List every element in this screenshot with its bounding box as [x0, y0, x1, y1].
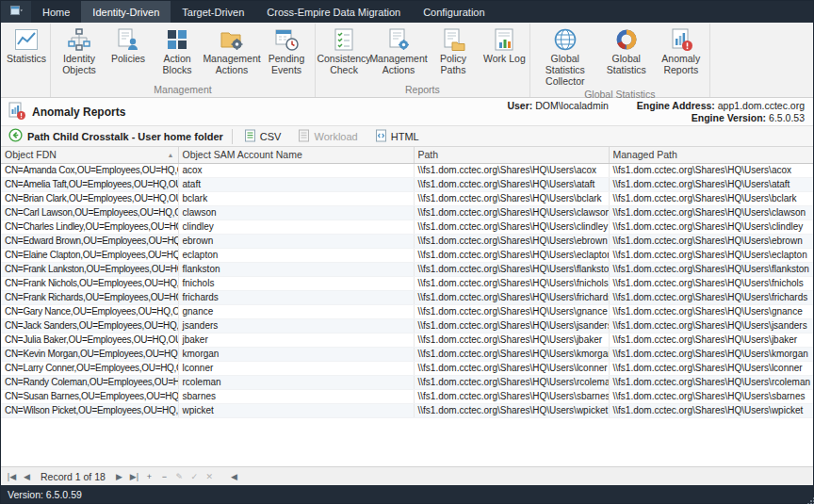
record-count-label: Record 1 of 18: [41, 471, 106, 482]
nav-remove-button[interactable]: −: [157, 469, 171, 483]
nav-next-button[interactable]: ▶: [112, 469, 126, 483]
cell-sam-account: clindley: [178, 219, 414, 234]
nav-commit-button[interactable]: ✓: [187, 469, 202, 483]
cell-path: \\fs1.dom.cctec.org\Shares\HQ\Users\gnan…: [414, 304, 609, 318]
tab-cross-empire-data-migration[interactable]: Cross-Empire Data Migration: [255, 1, 412, 23]
cell-sam-account: rcoleman: [178, 375, 414, 389]
ribbon-button-action-blocks[interactable]: Action Blocks: [150, 24, 204, 77]
table-row[interactable]: CN=Susan Barnes,OU=Employees,OU=HQ,OU=do…: [1, 389, 813, 403]
cell-path: \\fs1.dom.cctec.org\Shares\HQ\Users\sbar…: [414, 389, 609, 403]
ribbon-button-global-statistics-collector[interactable]: Global Statistics Collector: [531, 24, 599, 88]
cell-object-fdn: CN=Wilson Picket,OU=Employees,OU=HQ,OU=d…: [1, 403, 178, 417]
nav-prev-button[interactable]: ◀: [20, 469, 34, 483]
results-grid: Object FDN▲ Object SAM Account Name Path…: [1, 147, 813, 466]
table-row[interactable]: CN=Brian Clark,OU=Employees,OU=HQ,OU=dom…: [1, 191, 813, 205]
html-export-button[interactable]: HTML: [369, 128, 425, 145]
anomaly-report-icon: [669, 27, 693, 52]
tab-home[interactable]: Home: [31, 1, 81, 23]
cell-sam-account: fnichols: [178, 276, 414, 290]
app-icon: [10, 6, 23, 18]
ribbon-button-policy-paths[interactable]: Policy Paths: [426, 24, 480, 77]
column-header-path[interactable]: Path: [414, 147, 609, 163]
ribbon-button-statistics[interactable]: Statistics: [4, 24, 49, 66]
ribbon-button-consistency-check[interactable]: Consistency Check: [317, 24, 371, 77]
cell-path: \\fs1.dom.cctec.org\Shares\HQ\Users\acox: [414, 163, 609, 177]
ribbon-button-label: Global Statistics Collector: [534, 54, 596, 87]
table-row[interactable]: CN=Edward Brown,OU=Employees,OU=HQ,OU=do…: [1, 234, 813, 248]
table-row[interactable]: CN=Kevin Morgan,OU=Employees,OU=HQ,OU=do…: [1, 347, 813, 361]
ribbon-button-label: Pending Events: [262, 54, 311, 76]
column-header-managed-path[interactable]: Managed Path: [609, 147, 813, 163]
csv-button-label: CSV: [260, 131, 282, 142]
ribbon-button-label: Identity Objects: [55, 54, 104, 76]
resize-grip-icon[interactable]: [807, 497, 809, 499]
column-header-sam-account[interactable]: Object SAM Account Name: [178, 147, 414, 163]
ribbon-button-identity-objects[interactable]: Identity Objects: [52, 24, 106, 77]
cell-path: \\fs1.dom.cctec.org\Shares\HQ\Users\kmor…: [414, 347, 609, 361]
cell-object-fdn: CN=Frank Lankston,OU=Employees,OU=HQ,OU=…: [1, 262, 178, 276]
table-row[interactable]: CN=Frank Nichols,OU=Employees,OU=HQ,OU=d…: [1, 276, 813, 290]
table-row[interactable]: CN=Amanda Cox,OU=Employees,OU=HQ,OU=dom,…: [1, 163, 813, 177]
ribbon-button-global-statistics[interactable]: Global Statistics: [599, 24, 654, 77]
cell-managed-path: \\fs1.dom.cctec.org\Shares\HQ\Users\acox: [609, 163, 813, 177]
cell-path: \\fs1.dom.cctec.org\Shares\HQ\Users\ecla…: [414, 248, 609, 262]
table-row[interactable]: CN=Frank Richards,OU=Employees,OU=HQ,OU=…: [1, 290, 813, 304]
cell-object-fdn: CN=Larry Conner,OU=Employees,OU=HQ,OU=do…: [1, 361, 178, 375]
policy-person-icon: [116, 27, 140, 52]
cell-managed-path: \\fs1.dom.cctec.org\Shares\HQ\Users\rcol…: [609, 375, 813, 389]
cell-object-fdn: CN=Carl Lawson,OU=Employees,OU=HQ,OU=dom…: [1, 205, 178, 219]
table-row[interactable]: CN=Gary Nance,OU=Employees,OU=HQ,OU=dom,…: [1, 304, 813, 318]
nav-add-button[interactable]: +: [142, 469, 156, 483]
ribbon-button-work-log[interactable]: Work Log: [480, 24, 529, 66]
cell-path: \\fs1.dom.cctec.org\Shares\HQ\Users\clin…: [414, 219, 609, 234]
toolbar-separator: [232, 129, 233, 144]
tab-identity-driven[interactable]: Identity-Driven: [81, 1, 171, 23]
cell-sam-account: jbaker: [178, 333, 414, 347]
ribbon-button-pending-events[interactable]: Pending Events: [259, 24, 314, 77]
engine-version-info: Engine Version: 6.5.0.53: [692, 112, 805, 123]
column-header-object-fdn[interactable]: Object FDN▲: [1, 147, 178, 163]
hscroll-left-arrow[interactable]: ◀: [227, 469, 241, 483]
ribbon-button-anomaly-reports[interactable]: Anomaly Reports: [654, 24, 708, 77]
cell-managed-path: \\fs1.dom.cctec.org\Shares\HQ\Users\clin…: [609, 219, 813, 234]
ribbon-button-policies[interactable]: Policies: [106, 24, 150, 66]
cell-managed-path: \\fs1.dom.cctec.org\Shares\HQ\Users\ataf…: [609, 177, 813, 191]
ribbon-button-management-actions-report[interactable]: Management Actions: [371, 24, 426, 77]
nav-first-button[interactable]: |◀: [5, 469, 19, 483]
globe-icon: [553, 27, 578, 52]
table-row[interactable]: CN=Wilson Picket,OU=Employees,OU=HQ,OU=d…: [1, 403, 813, 417]
ribbon-button-management-actions[interactable]: Management Actions: [204, 24, 259, 77]
workload-button[interactable]: Workload: [292, 128, 363, 145]
tab-bar: Home Identity-Driven Target-Driven Cross…: [1, 1, 813, 23]
csv-export-button[interactable]: CSV: [238, 128, 287, 145]
cell-managed-path: \\fs1.dom.cctec.org\Shares\HQ\Users\ebro…: [609, 234, 813, 248]
table-row[interactable]: CN=Larry Conner,OU=Employees,OU=HQ,OU=do…: [1, 361, 813, 375]
table-row[interactable]: CN=Randy Coleman,OU=Employees,OU=HQ,OU=d…: [1, 375, 813, 389]
cell-sam-account: jsanders: [178, 318, 414, 333]
tab-target-driven[interactable]: Target-Driven: [171, 1, 255, 23]
table-row[interactable]: CN=Amelia Taft,OU=Employees,OU=HQ,OU=dom…: [1, 177, 813, 191]
app-menu-button[interactable]: [1, 1, 31, 23]
back-button[interactable]: Path Child Crosstalk - User home folder: [6, 127, 226, 145]
sort-ascending-icon: ▲: [168, 152, 174, 158]
ribbon-group-global-statistics: Global Statistics Collector Global Stati…: [530, 24, 710, 97]
table-row[interactable]: CN=Julia Baker,OU=Employees,OU=HQ,OU=dom…: [1, 333, 813, 347]
cell-managed-path: \\fs1.dom.cctec.org\Shares\HQ\Users\bcla…: [609, 191, 813, 205]
cell-managed-path: \\fs1.dom.cctec.org\Shares\HQ\Users\ecla…: [609, 248, 813, 262]
cell-path: \\fs1.dom.cctec.org\Shares\HQ\Users\claw…: [414, 205, 609, 219]
nav-edit-button[interactable]: ✎: [172, 469, 187, 483]
folder-gear-icon: [220, 27, 244, 52]
table-row[interactable]: CN=Elaine Clapton,OU=Employees,OU=HQ,OU=…: [1, 248, 813, 262]
tab-configuration[interactable]: Configuration: [412, 1, 496, 23]
table-row[interactable]: CN=Frank Lankston,OU=Employees,OU=HQ,OU=…: [1, 262, 813, 276]
nav-last-button[interactable]: ▶|: [127, 469, 141, 483]
table-row[interactable]: CN=Carl Lawson,OU=Employees,OU=HQ,OU=dom…: [1, 205, 813, 219]
ribbon-group-statistics: Statistics: [3, 24, 51, 97]
back-arrow-icon: [8, 128, 23, 144]
cell-object-fdn: CN=Frank Richards,OU=Employees,OU=HQ,OU=…: [1, 290, 178, 304]
cell-path: \\fs1.dom.cctec.org\Shares\HQ\Users\jsan…: [414, 318, 609, 333]
table-row[interactable]: CN=Charles Lindley,OU=Employees,OU=HQ,OU…: [1, 219, 813, 234]
table-row[interactable]: CN=Jack Sanders,OU=Employees,OU=HQ,OU=do…: [1, 318, 813, 333]
nav-cancel-button[interactable]: ✕: [203, 469, 217, 483]
workload-button-label: Workload: [314, 131, 357, 142]
